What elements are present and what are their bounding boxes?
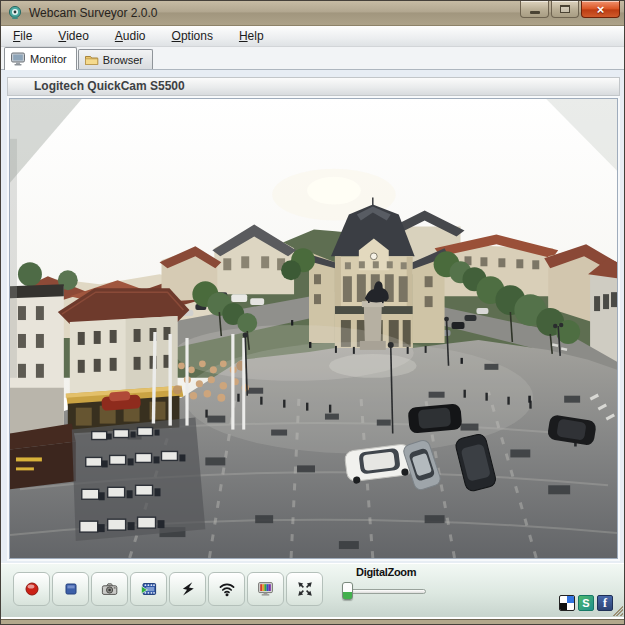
menu-file[interactable]: File <box>3 27 42 45</box>
share-icons: S f <box>559 595 613 611</box>
digital-zoom-control: DigitalZoom <box>342 566 452 600</box>
digital-zoom-label: DigitalZoom <box>356 566 452 578</box>
close-button[interactable]: × <box>581 1 620 18</box>
camera-icon <box>99 579 120 599</box>
stop-button[interactable] <box>52 572 89 606</box>
resize-grip[interactable] <box>610 603 623 616</box>
display-colors-icon <box>255 579 276 599</box>
record-button[interactable] <box>13 572 50 606</box>
maximize-button[interactable] <box>551 1 579 18</box>
tab-browser-label: Browser <box>103 54 143 66</box>
app-window: Webcam Surveyor 2.0.0 × File Video Audio… <box>0 0 625 625</box>
video-capture-button[interactable] <box>130 572 167 606</box>
menu-help[interactable]: Help <box>229 27 274 45</box>
menu-video[interactable]: Video <box>48 27 98 45</box>
expand-arrows-icon <box>295 579 315 599</box>
slider-track[interactable] <box>342 589 426 594</box>
window-title: Webcam Surveyor 2.0.0 <box>29 6 158 20</box>
lightning-icon <box>178 579 198 599</box>
folder-icon <box>84 53 99 66</box>
camera-name-header: Logitech QuickCam S5500 <box>7 77 620 96</box>
close-icon: × <box>597 2 605 17</box>
bottom-toolbar: DigitalZoom S f <box>1 563 624 617</box>
minimize-button[interactable] <box>520 1 549 18</box>
webcam-video-frame <box>9 98 618 559</box>
record-icon <box>22 579 42 599</box>
motion-detection-button[interactable] <box>169 572 206 606</box>
tab-browser[interactable]: Browser <box>78 49 153 69</box>
webcam-video <box>10 99 617 558</box>
webcam-icon <box>7 5 23 21</box>
menu-audio[interactable]: Audio <box>105 27 156 45</box>
fullscreen-button[interactable] <box>286 572 323 606</box>
tab-monitor[interactable]: Monitor <box>4 47 77 70</box>
menu-bar: File Video Audio Options Help <box>1 26 624 47</box>
snapshot-button[interactable] <box>91 572 128 606</box>
wifi-icon <box>217 579 237 599</box>
tab-strip: Monitor Browser <box>1 47 624 70</box>
title-bar[interactable]: Webcam Surveyor 2.0.0 × <box>1 1 624 26</box>
film-play-icon <box>138 579 159 599</box>
menu-options[interactable]: Options <box>162 27 223 45</box>
stop-icon <box>61 579 81 599</box>
caption-buttons: × <box>518 1 620 18</box>
window-bottom-frame <box>1 617 624 625</box>
broadcast-button[interactable] <box>208 572 245 606</box>
stumbleupon-icon[interactable]: S <box>578 595 594 611</box>
slider-thumb[interactable] <box>342 582 353 600</box>
monitor-panel: Logitech QuickCam S5500 <box>1 70 624 563</box>
minimize-icon <box>530 11 540 14</box>
video-settings-button[interactable] <box>247 572 284 606</box>
delicious-icon[interactable] <box>559 595 575 611</box>
tab-monitor-label: Monitor <box>30 53 67 65</box>
digital-zoom-slider[interactable] <box>342 582 426 600</box>
monitor-icon <box>10 52 26 66</box>
maximize-icon <box>560 5 570 13</box>
